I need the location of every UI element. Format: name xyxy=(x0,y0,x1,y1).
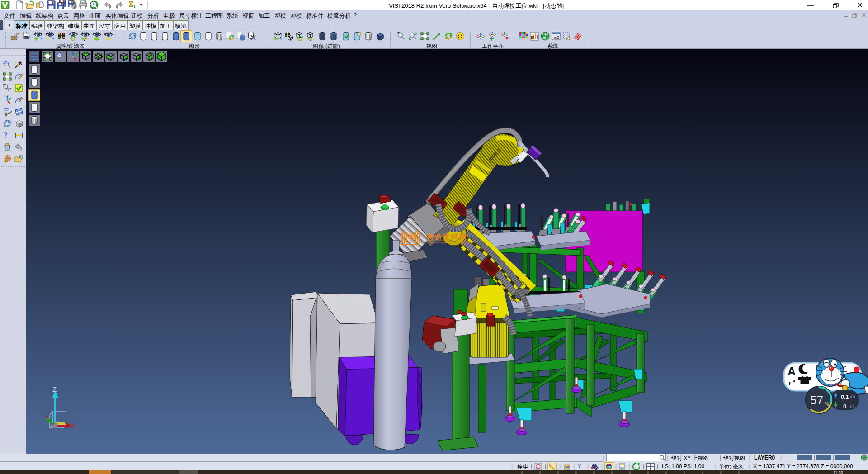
svg-text:57: 57 xyxy=(810,393,823,407)
svg-text:X: X xyxy=(71,422,76,430)
svg-text:0.1: 0.1 xyxy=(841,393,849,400)
svg-text:%: % xyxy=(825,401,829,407)
svg-text:0: 0 xyxy=(843,403,846,410)
svg-text:?: ? xyxy=(4,131,8,140)
svg-text:Z: Z xyxy=(52,385,57,393)
svg-text:Y: Y xyxy=(45,414,49,421)
svg-text:,: , xyxy=(788,375,791,385)
svg-text:K/s: K/s xyxy=(850,395,855,399)
svg-text:K/s: K/s xyxy=(850,404,855,409)
